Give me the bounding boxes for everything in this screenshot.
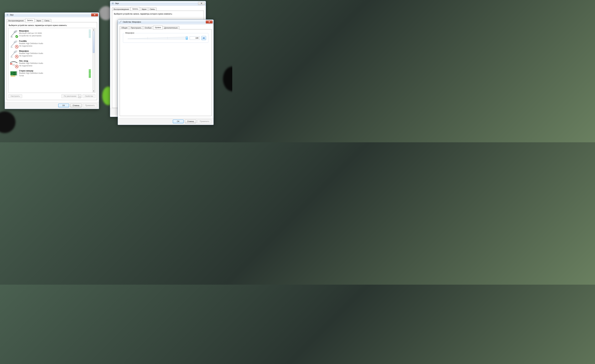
- list-item[interactable]: Стерео микшер Realtek High Definition Au…: [9, 69, 92, 79]
- scroll-down-icon[interactable]: ▾: [92, 90, 95, 92]
- ok-button[interactable]: OK: [58, 104, 69, 107]
- configure-button[interactable]: Настроить: [8, 94, 22, 98]
- titlebar[interactable]: Свойства: Микрофон ✕: [118, 20, 213, 24]
- list-item[interactable]: Микрофон Microsoft LifeCam VX-5000. Устр…: [9, 29, 92, 39]
- device-driver: Realtek High Definition Audio: [19, 62, 91, 64]
- svg-point-5: [16, 46, 17, 47]
- tab-custom[interactable]: Особые: [143, 26, 153, 29]
- mic-properties-dialog: Свойства: Микрофон ✕ Общие Прослушать Ос…: [118, 20, 214, 125]
- tab-communications[interactable]: Связь: [148, 7, 156, 11]
- instruction-text: Выберите устройство записи, параметры ко…: [9, 24, 95, 27]
- sound-icon: [111, 2, 114, 5]
- list-item[interactable]: FrontMic Realtek High Definition Audio Н…: [9, 39, 92, 49]
- tab-playback[interactable]: Воспроизведение: [112, 7, 131, 11]
- window-title: Звук: [115, 2, 197, 5]
- dialog-footer: OK Отмена Применить: [118, 118, 213, 125]
- svg-rect-15: [17, 71, 17, 76]
- volume-value[interactable]: 100: [190, 36, 199, 40]
- close-button[interactable]: ✕: [198, 2, 205, 5]
- group-legend: Микрофон: [125, 32, 135, 34]
- window-title: Свойства: Микрофон: [123, 21, 205, 23]
- device-name: Микрофон: [19, 30, 87, 32]
- device-driver: Microsoft LifeCam VX-5000.: [19, 32, 87, 34]
- svg-rect-17: [13, 72, 15, 73]
- tab-record[interactable]: Запись: [25, 19, 35, 22]
- tabstrip: Общие Прослушать Особые Уровни Дополните…: [120, 26, 212, 29]
- slider-thumb[interactable]: [186, 36, 188, 40]
- tab-general[interactable]: Общие: [120, 26, 129, 29]
- device-name: FrontMic: [19, 40, 91, 42]
- tab-levels[interactable]: Уровни: [153, 26, 163, 29]
- tab-page-levels: Микрофон 100: [120, 29, 212, 116]
- svg-point-11: [11, 64, 11, 64]
- tab-record[interactable]: Запись: [131, 7, 140, 11]
- scroll-up-icon[interactable]: ▴: [92, 28, 95, 31]
- sound-card-icon: [10, 69, 18, 77]
- tabstrip: Воспроизведение Запись Звуки Связь: [112, 7, 204, 11]
- close-icon: ✕: [94, 14, 96, 16]
- list-item[interactable]: Микрофон Realtek High Definition Audio Н…: [9, 49, 92, 59]
- tab-listen[interactable]: Прослушать: [129, 26, 143, 29]
- cancel-button[interactable]: Отмена: [185, 120, 196, 123]
- level-meter: [89, 69, 91, 78]
- level-groupbox: Микрофон 100: [123, 33, 208, 43]
- instruction-text: Выберите устройство записи, параметры ко…: [114, 13, 202, 15]
- svg-rect-19: [11, 76, 15, 76]
- svg-rect-18: [13, 74, 15, 75]
- close-button[interactable]: ✕: [91, 13, 98, 16]
- chevron-down-icon[interactable]: ▾: [78, 94, 81, 98]
- level-meter: [89, 29, 91, 38]
- device-name: Стерео микшер: [19, 70, 87, 72]
- properties-button[interactable]: Свойства: [83, 94, 95, 98]
- close-icon: ✕: [208, 21, 210, 23]
- mute-button[interactable]: [201, 36, 206, 40]
- unplugged-badge-icon: [15, 55, 18, 58]
- tab-page-record: Выберите устройство записи, параметры ко…: [7, 22, 97, 100]
- tab-sounds[interactable]: Звуки: [35, 19, 43, 22]
- device-list[interactable]: Микрофон Microsoft LifeCam VX-5000. Устр…: [8, 28, 95, 93]
- unplugged-badge-icon: [15, 65, 18, 68]
- microphone-icon: [119, 21, 122, 23]
- device-status: Устройство по умолчанию: [19, 34, 87, 37]
- close-icon: ✕: [201, 2, 202, 4]
- volume-slider[interactable]: [128, 36, 188, 40]
- set-default-button[interactable]: По умолчанию: [62, 94, 78, 98]
- scrollbar[interactable]: ▴ ▾: [92, 28, 95, 92]
- device-status: Не подключено: [19, 64, 91, 67]
- tab-playback[interactable]: Воспроизведение: [7, 19, 25, 22]
- ok-button[interactable]: OK: [173, 120, 184, 123]
- titlebar[interactable]: Звук ✕: [110, 1, 206, 6]
- microphone-icon: [10, 29, 18, 38]
- titlebar[interactable]: Звук ✕: [5, 13, 99, 17]
- device-driver: Realtek High Definition Audio: [19, 52, 91, 55]
- speaker-icon: [202, 37, 205, 40]
- device-status: Не подключено: [19, 55, 91, 57]
- microphone-icon: [10, 40, 18, 48]
- sound-icon: [6, 14, 9, 16]
- apply-button[interactable]: Применить: [83, 104, 97, 107]
- svg-marker-22: [128, 37, 188, 39]
- list-item[interactable]: Лин. вход Realtek High Definition Audio …: [9, 59, 92, 69]
- unplugged-badge-icon: [15, 45, 18, 48]
- device-driver: Realtek High Definition Audio: [19, 72, 87, 74]
- device-name: Лин. вход: [19, 60, 91, 62]
- tab-communications[interactable]: Связь: [43, 19, 51, 22]
- apply-button[interactable]: Применить: [197, 120, 212, 123]
- device-name: Микрофон: [19, 50, 91, 52]
- set-default-split-button[interactable]: По умолчанию ▾: [62, 94, 81, 98]
- svg-rect-10: [13, 64, 15, 65]
- device-driver: Realtek High Definition Audio: [19, 42, 91, 45]
- svg-point-16: [11, 73, 13, 74]
- tab-sounds[interactable]: Звуки: [140, 7, 148, 11]
- device-status: Не подключено: [19, 45, 91, 47]
- dialog-footer: OK Отмена Применить: [5, 102, 99, 109]
- cancel-button[interactable]: Отмена: [70, 104, 82, 107]
- tabstrip: Воспроизведение Запись Звуки Связь: [7, 19, 97, 22]
- line-in-icon: [10, 60, 18, 68]
- microphone-icon: [10, 50, 18, 58]
- device-status: Готов: [19, 74, 87, 77]
- close-button[interactable]: ✕: [206, 21, 212, 23]
- window-title: Звук: [10, 14, 90, 16]
- scroll-thumb[interactable]: [93, 31, 95, 53]
- tab-advanced[interactable]: Дополнительно: [163, 26, 179, 29]
